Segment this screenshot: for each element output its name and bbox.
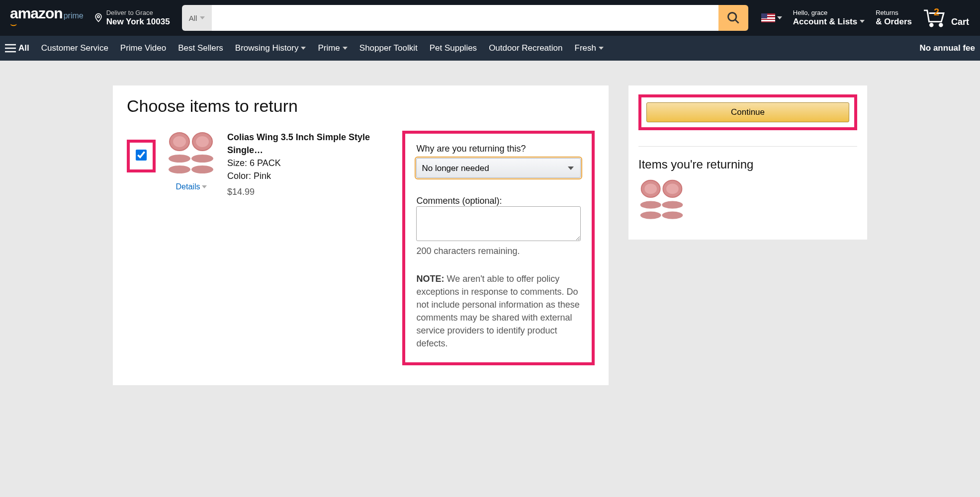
logo-text: amazon <box>10 5 63 21</box>
return-item-row: Details Colias Wing 3.5 Inch Simple Styl… <box>127 131 595 365</box>
deliver-line2: New York 10035 <box>106 17 170 27</box>
flag-us-icon <box>761 13 775 22</box>
product-color: Color: Pink <box>227 169 391 182</box>
nav-best-sellers[interactable]: Best Sellers <box>178 43 223 53</box>
item-checkbox[interactable] <box>136 150 147 161</box>
search-category-dropdown[interactable]: All <box>182 5 212 31</box>
svg-point-8 <box>97 15 99 17</box>
item-checkbox-highlight <box>127 140 156 172</box>
cart-label: Cart <box>951 17 969 27</box>
search-icon <box>726 11 740 25</box>
svg-point-9 <box>728 13 736 21</box>
deliver-to[interactable]: Deliver to Grace New York 10035 <box>89 6 175 29</box>
nav-promo[interactable]: No annual fee <box>920 43 975 53</box>
return-items-panel: Choose items to return Details Colias Wi… <box>113 85 609 385</box>
cart-count: 2 <box>934 6 939 18</box>
search-category-label: All <box>189 14 197 22</box>
caret-down-icon <box>860 20 865 23</box>
nav-outdoor-recreation[interactable]: Outdoor Recreation <box>489 43 562 53</box>
returns-line2: & Orders <box>876 17 912 27</box>
svg-point-11 <box>930 23 933 26</box>
nav-pet-supplies[interactable]: Pet Supplies <box>430 43 477 53</box>
reason-select[interactable]: No longer needed <box>416 158 581 178</box>
details-link[interactable]: Details <box>176 182 207 191</box>
nav-shopper-toolkit[interactable]: Shopper Toolkit <box>359 43 418 53</box>
policy-note-text: We aren't able to offer policy exception… <box>416 274 579 348</box>
reason-question: Why are you returning this? <box>416 144 581 154</box>
nav-all[interactable]: All <box>5 43 29 53</box>
product-size: Size: 6 PACK <box>227 157 391 169</box>
caret-down-icon <box>599 47 604 50</box>
nav-prime-video[interactable]: Prime Video <box>120 43 166 53</box>
nav-all-label: All <box>18 43 29 53</box>
nav-browsing-history[interactable]: Browsing History <box>235 43 306 53</box>
search-input[interactable] <box>212 5 718 31</box>
policy-note-bold: NOTE: <box>416 274 444 284</box>
comments-textarea[interactable] <box>416 206 581 241</box>
account-menu[interactable]: Hello, grace Account & Lists <box>793 9 865 26</box>
sub-nav: All Customer Service Prime Video Best Se… <box>0 36 980 61</box>
nav-fresh[interactable]: Fresh <box>575 43 604 53</box>
top-nav: amazon ⌣ prime Deliver to Grace New York… <box>0 0 980 36</box>
caret-down-icon <box>777 16 782 19</box>
details-link-label: Details <box>176 182 200 191</box>
returning-item-thumbnail[interactable] <box>638 178 686 226</box>
nav-item-label: Fresh <box>575 43 596 53</box>
product-name: Colias Wing 3.5 Inch Simple Style Single… <box>227 131 391 157</box>
caret-down-icon <box>301 47 306 50</box>
chars-remaining: 200 characters remaining. <box>416 246 581 256</box>
deliver-line1: Deliver to Grace <box>106 9 170 17</box>
summary-panel: Continue Items you're returning <box>628 85 867 240</box>
hamburger-icon <box>5 44 16 53</box>
caret-down-icon <box>202 185 207 188</box>
logo-subtext: prime <box>64 11 84 20</box>
nav-customer-service[interactable]: Customer Service <box>41 43 108 53</box>
continue-highlight: Continue <box>638 94 857 130</box>
nav-prime[interactable]: Prime <box>318 43 347 53</box>
language-selector[interactable] <box>761 13 782 22</box>
cart[interactable]: 2 Cart <box>923 8 969 27</box>
location-pin-icon <box>93 13 103 23</box>
nav-item-label: Browsing History <box>235 43 299 53</box>
caret-down-icon <box>343 47 348 50</box>
continue-button[interactable]: Continue <box>646 102 849 122</box>
account-label: Account & Lists <box>793 17 857 27</box>
page-title: Choose items to return <box>127 96 595 116</box>
logo[interactable]: amazon ⌣ prime <box>5 2 89 34</box>
return-reason-highlight: Why are you returning this? No longer ne… <box>402 131 595 365</box>
returns-orders[interactable]: Returns & Orders <box>876 9 912 26</box>
svg-line-10 <box>735 20 738 23</box>
product-price: $14.99 <box>227 185 391 198</box>
returns-line1: Returns <box>876 9 912 17</box>
comments-label: Comments (optional): <box>416 196 581 206</box>
svg-point-12 <box>939 23 942 26</box>
caret-down-icon <box>200 16 205 19</box>
returning-heading: Items you're returning <box>638 146 857 171</box>
nav-item-label: Prime <box>318 43 340 53</box>
policy-note: NOTE: We aren't able to offer policy exc… <box>416 272 581 350</box>
search-bar: All <box>182 5 748 31</box>
account-hello: Hello, grace <box>793 9 865 17</box>
product-thumbnail[interactable] <box>167 131 216 180</box>
search-button[interactable] <box>718 5 748 31</box>
